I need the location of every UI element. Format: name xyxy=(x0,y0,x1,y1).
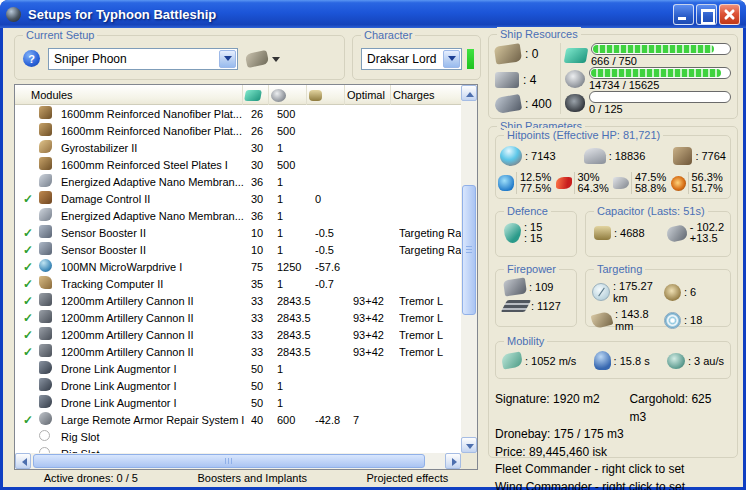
fitted-check-icon: ✓ xyxy=(23,294,39,308)
scroll-down-button[interactable] xyxy=(461,437,477,453)
module-row[interactable]: ✓ Damage Control II 30 1 0 xyxy=(15,190,461,207)
column-header-charges[interactable]: Charges xyxy=(391,85,461,105)
module-row[interactable]: ✓ 1200mm Artillery Cannon II 33 2843.5 9… xyxy=(15,292,461,309)
scroll-right-button[interactable] xyxy=(445,453,461,469)
module-row[interactable]: Gyrostabilizer II 30 1 xyxy=(15,139,461,156)
mobility-stat: : 3 au/s xyxy=(667,353,724,369)
chevron-down-icon[interactable] xyxy=(219,50,236,68)
character-select[interactable]: Draksar Lord xyxy=(361,48,462,70)
shield-hp-icon xyxy=(500,146,522,166)
cpu-icon xyxy=(244,90,262,101)
hull-hp-icon xyxy=(673,147,692,165)
resource-bar-row: 666 / 750 xyxy=(565,43,731,67)
module-charge: Tremor L xyxy=(399,329,461,341)
module-row[interactable]: ✓ 1200mm Artillery Cannon II 33 2843.5 9… xyxy=(15,343,461,360)
module-cpu: 33 xyxy=(251,312,277,324)
module-capacitor: -42.8 xyxy=(315,414,353,426)
column-header-cpu[interactable] xyxy=(243,85,269,105)
ship-menu-button[interactable] xyxy=(246,52,280,66)
titlebar[interactable]: Setups for Typhoon Battleship xyxy=(0,0,746,28)
vertical-scrollbar[interactable] xyxy=(461,85,477,453)
drone-link-icon xyxy=(39,395,52,408)
footer-bar: Active drones: 0 / 5 Boosters and Implan… xyxy=(14,472,478,484)
module-row[interactable]: Energized Adaptive Nano Membran... 36 1 xyxy=(15,207,461,224)
maximize-button[interactable] xyxy=(696,4,717,25)
dronebay-stat: Dronebay: 175 / 175 m3 xyxy=(495,426,731,444)
module-row[interactable]: ✓ Large Remote Armor Repair System I 40 … xyxy=(15,411,461,428)
module-row[interactable]: Rig Slot xyxy=(15,428,461,445)
drone-link-icon xyxy=(39,361,52,374)
module-row[interactable]: Rig Slot xyxy=(15,445,461,453)
column-header-modules[interactable]: Modules xyxy=(15,85,243,105)
module-row[interactable]: Drone Link Augmentor I 50 1 xyxy=(15,394,461,411)
caret-down-icon xyxy=(272,57,280,66)
capacitor-group: Capacitor (Lasts: 51s) : 4688 - 102.2 + xyxy=(585,211,731,257)
horizontal-scrollbar[interactable] xyxy=(15,453,461,469)
setup-select[interactable]: Sniper Phoon xyxy=(48,48,238,70)
mobility-label: Mobility xyxy=(504,334,547,348)
firepower-group: Firepower : 109 : 1127 xyxy=(495,269,577,327)
defence-bottom-value: : 15 xyxy=(524,233,542,244)
projected-effects-expander[interactable]: Projected effects xyxy=(366,472,448,484)
hitpoints-label: Hitpoints (Effective HP: 81,721) xyxy=(504,128,663,142)
resource-bar-text: 666 / 750 xyxy=(591,55,731,67)
module-row[interactable]: Drone Link Augmentor I 50 1 xyxy=(15,360,461,377)
module-row[interactable]: ✓ 1200mm Artillery Cannon II 33 2843.5 9… xyxy=(15,309,461,326)
module-cpu: 30 xyxy=(251,159,277,171)
minimize-button[interactable] xyxy=(673,4,694,25)
module-row[interactable]: ✓ Sensor Booster II 10 1 -0.5 Targeting … xyxy=(15,224,461,241)
close-button[interactable] xyxy=(719,4,740,25)
boosters-implants-expander[interactable]: Boosters and Implants xyxy=(197,472,306,484)
module-row[interactable]: 1600mm Reinforced Nanofiber Plat... 26 5… xyxy=(15,105,461,122)
cap-booster-icon xyxy=(665,224,688,243)
microwarpdrive-icon xyxy=(39,259,52,272)
ship-resources-group: Ship Resources : 0 : 4 : 400 xyxy=(488,34,738,119)
module-name: Energized Adaptive Nano Membran... xyxy=(61,176,251,188)
column-header-optimal[interactable]: Optimal xyxy=(345,85,391,105)
app-icon xyxy=(6,7,21,22)
targeting-stat: : 6 xyxy=(664,280,728,304)
resist-stat: 12.5% 77.5% xyxy=(498,172,556,194)
price-stat: Price: 89,445,460 isk xyxy=(495,444,731,462)
defence-group: Defence : 15 : 15 xyxy=(495,211,577,257)
calibration-icon xyxy=(494,94,522,114)
module-charge: Tremor L xyxy=(399,295,461,307)
column-header-powergrid[interactable] xyxy=(269,85,307,105)
resource-bar xyxy=(591,43,731,55)
module-powergrid: 1250 xyxy=(277,261,315,273)
firepower-volley-value: : 1127 xyxy=(531,300,561,312)
module-powergrid: 600 xyxy=(277,414,315,426)
vertical-scroll-thumb[interactable] xyxy=(462,185,476,315)
module-row[interactable]: ✓ 100MN MicroWarpdrive I 75 1250 -57.6 xyxy=(15,258,461,275)
targeting-stat: : 175.27 km xyxy=(592,280,664,304)
hp-value: : 7143 xyxy=(525,150,556,162)
help-button[interactable]: ? xyxy=(23,50,40,67)
wing-commander-setter[interactable]: Wing Commander - right click to set xyxy=(495,479,731,490)
turret-slots-icon xyxy=(494,43,522,64)
module-row[interactable]: ✓ 1200mm Artillery Cannon II 33 2843.5 9… xyxy=(15,326,461,343)
module-name: 1200mm Artillery Cannon II xyxy=(61,312,251,324)
scroll-up-button[interactable] xyxy=(461,85,477,101)
hp-value: : 18836 xyxy=(609,150,646,162)
column-header-capacitor[interactable] xyxy=(307,85,345,105)
chevron-down-icon[interactable] xyxy=(443,50,460,68)
ship-resources-label: Ship Resources xyxy=(497,27,581,41)
resist-values: 12.5% 77.5% 30% 64.3% xyxy=(496,170,730,198)
active-drones-expander[interactable]: Active drones: 0 / 5 xyxy=(44,472,138,484)
fitted-check-icon: ✓ xyxy=(23,226,39,240)
module-powergrid: 1 xyxy=(277,176,315,188)
module-row[interactable]: Energized Adaptive Nano Membran... 36 1 xyxy=(15,173,461,190)
scroll-left-button[interactable] xyxy=(15,453,31,469)
module-row[interactable]: ✓ Sensor Booster II 10 1 -0.5 Targeting … xyxy=(15,241,461,258)
modules-list-header: Modules Optimal Charges xyxy=(15,85,461,105)
dialog-body: Current Setup ? Sniper Phoon Character D… xyxy=(3,28,743,487)
module-name: 1600mm Reinforced Steel Plates I xyxy=(61,159,251,171)
horizontal-scroll-thumb[interactable] xyxy=(33,454,425,468)
sensor-booster-icon xyxy=(39,225,52,238)
fleet-commander-setter[interactable]: Fleet Commander - right click to set xyxy=(495,461,731,479)
module-row[interactable]: 1600mm Reinforced Steel Plates I 30 500 xyxy=(15,156,461,173)
module-row[interactable]: ✓ Tracking Computer II 35 1 -0.7 xyxy=(15,275,461,292)
module-row[interactable]: 1600mm Reinforced Nanofiber Plat... 26 5… xyxy=(15,122,461,139)
module-row[interactable]: Drone Link Augmentor I 50 1 xyxy=(15,377,461,394)
mobility-stat: : 15.8 s xyxy=(594,351,650,370)
